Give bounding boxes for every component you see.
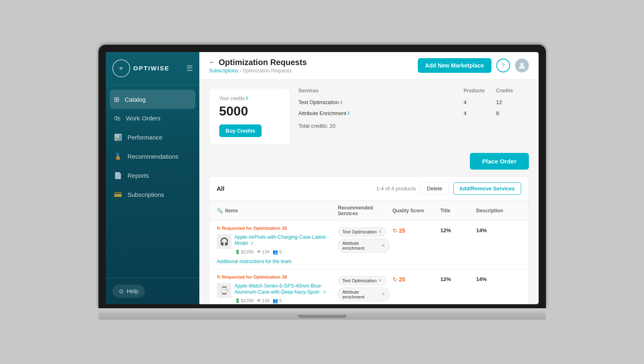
service-tag-text-opt-2: Text Optimization ✕: [338, 276, 386, 285]
svg-point-0: [520, 63, 524, 66]
laptop-notch: [298, 315, 347, 318]
sidebar: O OPTIWISE ☰ ⊞ Catalog 🛍 Work Orders: [106, 52, 199, 304]
back-button[interactable]: ←: [209, 59, 216, 66]
credits-card: Your credits ℹ 5000 Buy Credits: [209, 88, 290, 145]
service-tag-attr-enrich-1: Attribute enrichment ✕: [338, 239, 389, 253]
help-icon-button[interactable]: ?: [496, 59, 510, 72]
ext-link-icon-2[interactable]: ↗: [323, 290, 326, 294]
user-avatar[interactable]: [515, 59, 529, 72]
services-table-header: Services Products Credits: [299, 88, 529, 97]
hamburger-icon[interactable]: ☰: [186, 64, 193, 73]
help-circle-icon: ⊙: [119, 288, 124, 294]
text-opt-info-icon[interactable]: ℹ: [341, 100, 342, 105]
subscriptions-icon: 💳: [114, 191, 122, 198]
quality-icon-1: ↻: [393, 227, 397, 234]
table-header: 🔍 Items Recommended Services Quality Sco…: [210, 201, 528, 221]
remove-text-opt-1[interactable]: ✕: [378, 229, 382, 234]
item-meta-2: 💲 $1200 👁 134: [235, 298, 335, 303]
products-toolbar: All 1-4 of 4 products Delete Add/Remove …: [210, 177, 528, 201]
users-2: 👥 5: [273, 298, 282, 303]
additional-instructions-1[interactable]: Additional instructions for the team: [217, 259, 335, 264]
place-order-row: Place Order: [209, 153, 529, 170]
sidebar-item-subscriptions[interactable]: 💳 Subscriptions: [106, 185, 199, 204]
views-1: 👁 134: [257, 249, 269, 254]
credits-label: Your credits ℹ: [219, 96, 280, 101]
services-col-2: Text Optimization ✕ Attribute enrichment…: [338, 275, 389, 301]
product-image-1: 🎧: [217, 234, 231, 249]
credits-info-icon[interactable]: ℹ: [246, 96, 248, 101]
items-column-header: 🔍 Items: [217, 208, 335, 214]
breadcrumb-subscriptions-link[interactable]: Subscriptions: [209, 68, 238, 74]
ext-link-icon-1[interactable]: ↗: [250, 241, 253, 246]
attr-enrich-info-icon[interactable]: ℹ: [348, 111, 349, 116]
question-icon: ?: [502, 62, 505, 69]
item-name-link-1[interactable]: Apple-AirPods-with-Charging-Case-Latest-…: [235, 234, 335, 247]
product-image-2: ⌚: [217, 283, 231, 298]
sidebar-item-performance[interactable]: 📊 Performance: [106, 128, 199, 147]
service-tag-text-opt-1: Text Optimization ✕: [338, 227, 386, 236]
main-content: ← Optimization Requests Subscriptions › …: [199, 52, 539, 304]
buy-credits-button[interactable]: Buy Credits: [219, 124, 262, 137]
table-row: ↻ Requested for Optimization 25 🎧 Apple-…: [210, 221, 528, 270]
quality-num-1: 25: [399, 227, 406, 234]
add-remove-services-button[interactable]: Add/Remove Services: [453, 182, 521, 195]
views-2: 👁 134: [257, 298, 269, 303]
add-marketplace-button[interactable]: Add New Marketplace: [418, 58, 491, 73]
total-credits: Total credits: 20: [299, 123, 529, 129]
sidebar-item-catalog[interactable]: ⊞ Catalog: [110, 90, 195, 109]
price-2: 💲 $1200: [235, 298, 254, 303]
products-section: All 1-4 of 4 products Delete Add/Remove …: [209, 176, 529, 304]
top-bar-left: ← Optimization Requests Subscriptions › …: [209, 58, 307, 74]
credits-row: Your credits ℹ 5000 Buy Credits Services…: [209, 88, 529, 145]
price-1: 💲 $1200: [235, 249, 254, 255]
price-icon-1: 💲: [235, 249, 240, 255]
top-bar: ← Optimization Requests Subscriptions › …: [199, 52, 539, 80]
performance-icon: 📊: [114, 133, 122, 141]
users-icon-2: 👥: [273, 298, 278, 303]
title-pct-2: 12%: [441, 275, 473, 282]
quality-icon-2: ↻: [393, 276, 397, 283]
laptop-base: [98, 308, 546, 320]
users-1: 👥 5: [273, 249, 282, 255]
services-table: Services Products Credits Text Optimizat…: [299, 88, 529, 129]
services-col-1: Text Optimization ✕ Attribute enrichment…: [338, 226, 389, 253]
reports-icon: 📄: [114, 172, 122, 179]
sidebar-item-work-orders[interactable]: 🛍 Work Orders: [106, 109, 199, 128]
delete-button[interactable]: Delete: [420, 182, 449, 195]
credits-value: 5000: [219, 104, 280, 119]
quality-num-2: 25: [399, 276, 406, 283]
refresh-icon-1: ↻: [217, 226, 220, 231]
price-icon-2: 💲: [235, 298, 240, 303]
catalog-icon: ⊞: [114, 96, 119, 103]
remove-text-opt-2[interactable]: ✕: [378, 278, 382, 283]
sidebar-help: ⊙ Help: [106, 278, 199, 304]
requested-label-1: ↻ Requested for Optimization 25: [217, 226, 335, 231]
products-count: 1-4 of 4 products: [376, 185, 416, 192]
remove-attr-enrich-2[interactable]: ✕: [382, 292, 385, 296]
sidebar-item-reports[interactable]: 📄 Reports: [106, 166, 199, 185]
service-row-0: Text Optimization ℹ 4 12: [299, 97, 529, 108]
all-label: All: [217, 185, 225, 192]
row-1-item-col: ↻ Requested for Optimization 25 🎧 Apple-…: [217, 226, 335, 264]
item-thumb-1: 🎧 Apple-AirPods-with-Charging-Case-Lates…: [217, 234, 335, 255]
item-meta-1: 💲 $1200 👁 134: [235, 249, 335, 255]
remove-attr-enrich-1[interactable]: ✕: [382, 243, 385, 248]
content-area: Your credits ℹ 5000 Buy Credits Services…: [199, 80, 539, 304]
quality-col-1: ↻ 25: [393, 226, 437, 234]
work-orders-icon: 🛍: [114, 115, 120, 122]
refresh-icon-2: ↻: [217, 275, 220, 280]
sidebar-nav: ⊞ Catalog 🛍 Work Orders 📊 Performance 🏅 …: [106, 85, 199, 278]
views-icon-2: 👁: [257, 298, 261, 303]
sidebar-item-recommendations[interactable]: 🏅 Recommendations: [106, 147, 199, 166]
row-2-item-col: ↻ Requested for Optimization 28 ⌚ Apple-…: [217, 275, 335, 304]
place-order-button[interactable]: Place Order: [470, 153, 528, 170]
item-info-1: Apple-AirPods-with-Charging-Case-Latest-…: [235, 234, 335, 255]
page-title: Optimization Requests: [219, 58, 307, 67]
logo-icon: O: [112, 59, 130, 77]
top-bar-right: Add New Marketplace ?: [418, 58, 529, 73]
breadcrumb-current: Optimization Requests: [242, 68, 292, 74]
item-name-link-2[interactable]: Apple-Watch-Series-6-GPS-40mm-Blue-Alumi…: [235, 283, 335, 296]
help-button[interactable]: ⊙ Help: [112, 285, 145, 298]
desc-pct-2: 14%: [476, 275, 521, 282]
recommendations-icon: 🏅: [114, 153, 122, 160]
